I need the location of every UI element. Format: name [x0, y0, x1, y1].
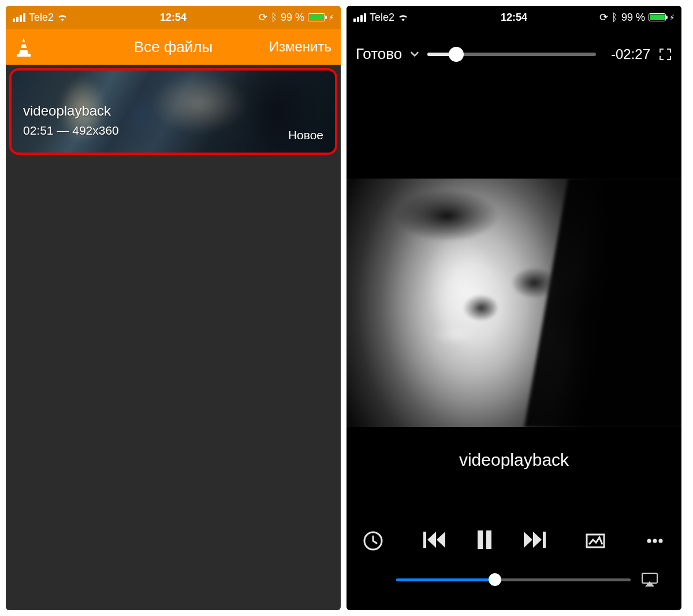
signal-bars-icon [353, 13, 366, 22]
pause-icon [472, 527, 497, 552]
video-list: videoplayback 02:51 — 492x360 Новое [6, 65, 341, 158]
next-button[interactable] [523, 527, 548, 555]
carrier-label: Tele2 [29, 12, 54, 24]
svg-point-10 [653, 539, 657, 543]
svg-rect-0 [17, 54, 31, 57]
skip-forward-icon [523, 527, 548, 552]
clock-icon [362, 529, 385, 552]
aspect-ratio-button[interactable] [584, 529, 607, 552]
volume-thumb[interactable] [489, 573, 501, 586]
player-bottom-controls [346, 527, 681, 587]
bluetooth-icon: ᛒ [612, 12, 618, 24]
done-button[interactable]: Готово [356, 45, 402, 63]
ios-status-bar: Tele2 12:54 ⟳ ᛒ 99 % ⚡︎ [346, 6, 681, 29]
battery-icon [649, 13, 666, 21]
charging-icon: ⚡︎ [329, 13, 334, 22]
video-item-badge: Новое [288, 128, 323, 142]
time-remaining-label: -02:27 [604, 46, 650, 62]
svg-point-9 [647, 539, 651, 543]
more-icon [643, 529, 666, 552]
battery-pct-label: 99 % [281, 12, 304, 24]
previous-button[interactable] [421, 527, 446, 555]
svg-rect-6 [486, 530, 491, 549]
more-options-button[interactable] [643, 529, 666, 552]
svg-rect-5 [478, 530, 483, 549]
airplay-icon[interactable] [641, 572, 658, 587]
player-top-bar: Готово -02:27 [346, 29, 681, 75]
skip-back-icon [421, 527, 446, 552]
video-item-meta: 02:51 — 492x360 [23, 124, 323, 138]
chevron-down-icon[interactable] [410, 51, 419, 57]
video-frame[interactable] [346, 179, 681, 427]
pause-button[interactable] [472, 527, 497, 555]
seek-slider[interactable] [427, 53, 596, 56]
vlc-player-screen: Tele2 12:54 ⟳ ᛒ 99 % ⚡︎ Готово -02:27 vi… [346, 6, 681, 610]
playback-speed-button[interactable] [362, 529, 385, 552]
svg-rect-7 [543, 532, 546, 548]
video-list-item[interactable]: videoplayback 02:51 — 492x360 Новое [9, 68, 337, 155]
clock-label: 12:54 [160, 12, 187, 24]
battery-icon [308, 13, 325, 21]
bluetooth-icon: ᛒ [271, 12, 277, 24]
video-item-title: videoplayback [23, 103, 323, 119]
svg-rect-1 [21, 42, 26, 44]
battery-pct-label: 99 % [621, 12, 645, 24]
page-title: Все файлы [134, 38, 213, 56]
seek-thumb[interactable] [449, 47, 464, 62]
now-playing-title: videoplayback [346, 450, 681, 470]
clock-label: 12:54 [501, 12, 527, 24]
charging-icon: ⚡︎ [669, 13, 675, 22]
ios-status-bar: Tele2 12:54 ⟳ ᛒ 99 % ⚡︎ [6, 6, 341, 29]
nav-bar: Все файлы Изменить [6, 29, 341, 65]
wifi-icon [398, 13, 408, 21]
rotation-lock-icon: ⟳ [259, 11, 267, 24]
wifi-icon [57, 13, 68, 21]
carrier-label: Tele2 [370, 12, 394, 24]
fullscreen-icon[interactable] [658, 47, 672, 61]
svg-rect-4 [423, 532, 426, 548]
aspect-ratio-icon [584, 529, 607, 552]
signal-bars-icon [13, 13, 25, 22]
edit-button[interactable]: Изменить [269, 39, 331, 55]
svg-rect-2 [20, 48, 27, 50]
rotation-lock-icon: ⟳ [599, 11, 608, 24]
vlc-logo-icon[interactable] [15, 36, 32, 57]
vlc-file-list-screen: Tele2 12:54 ⟳ ᛒ 99 % ⚡︎ Все файлы Измени… [6, 6, 341, 610]
volume-slider[interactable] [396, 578, 631, 581]
svg-point-11 [658, 539, 662, 543]
